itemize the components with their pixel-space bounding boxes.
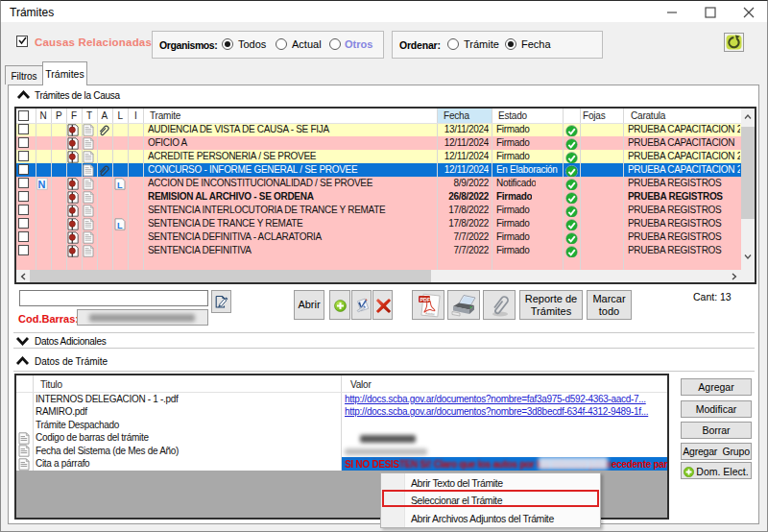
svg-text:PDF: PDF — [420, 297, 430, 302]
